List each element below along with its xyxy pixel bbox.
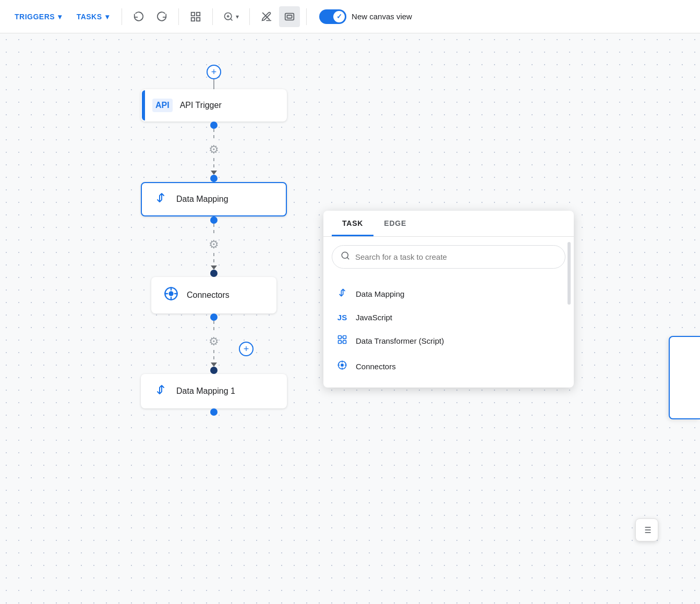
search-icon xyxy=(341,251,350,263)
pen-button[interactable] xyxy=(256,6,277,27)
connector-dot-4 xyxy=(210,270,218,277)
svg-point-22 xyxy=(341,364,344,367)
arrow-1 xyxy=(211,171,217,175)
list-js-icon: JS xyxy=(336,313,348,322)
svg-rect-18 xyxy=(343,341,346,344)
svg-rect-0 xyxy=(191,12,195,15)
connectors-label: Connectors xyxy=(187,291,230,300)
divider-1 xyxy=(122,8,122,25)
svg-point-12 xyxy=(168,291,173,296)
svg-rect-17 xyxy=(339,341,342,344)
dashed-line-4 xyxy=(213,253,214,265)
add-middle-container: + xyxy=(239,342,254,356)
svg-line-14 xyxy=(347,257,348,259)
search-input[interactable] xyxy=(355,252,557,261)
dashed-line-6 xyxy=(213,350,214,363)
popup-panel: TASK EDGE xyxy=(323,211,574,388)
new-canvas-label: New canvas view xyxy=(352,12,412,21)
svg-line-5 xyxy=(231,18,233,20)
tab-edge[interactable]: EDGE xyxy=(373,211,417,236)
data-mapping-label: Data Mapping xyxy=(176,195,228,204)
connector-dot-5 xyxy=(210,313,218,321)
canvas-icon xyxy=(284,11,295,22)
toggle-check-icon: ✓ xyxy=(336,13,342,20)
api-trigger-label: API Trigger xyxy=(180,101,222,110)
list-item-javascript[interactable]: JS JavaScript xyxy=(323,307,574,328)
dashed-line-1 xyxy=(213,129,214,141)
node-connectors[interactable]: Connectors xyxy=(151,277,276,313)
divider-3 xyxy=(212,8,213,25)
pen-icon xyxy=(261,11,272,22)
dashed-line-3 xyxy=(213,224,214,236)
connector-dot-6 xyxy=(210,367,218,374)
gear-icon-2[interactable]: ⚙ xyxy=(206,236,222,253)
svg-rect-15 xyxy=(339,336,342,339)
gear-icon-3[interactable]: ⚙ xyxy=(206,333,222,350)
tasks-label: TASKS xyxy=(77,13,102,21)
connector-dot-7 xyxy=(210,408,218,416)
api-icon: API xyxy=(152,99,173,112)
redo-button[interactable] xyxy=(151,6,172,27)
connector-segment-1: ⚙ xyxy=(206,129,222,175)
new-canvas-toggle[interactable]: ✓ xyxy=(319,9,346,24)
search-wrapper[interactable] xyxy=(332,245,565,269)
list-icon xyxy=(642,525,652,535)
arrow-3 xyxy=(211,363,217,367)
popup-list: Data Mapping JS JavaScript xyxy=(323,277,574,388)
tasks-chevron-icon: ▾ xyxy=(105,13,110,21)
connector-line-1 xyxy=(213,79,214,89)
node-accent xyxy=(142,90,145,120)
canvas-view-button[interactable] xyxy=(279,6,300,27)
list-data-mapping-label: Data Mapping xyxy=(356,289,404,298)
undo-button[interactable] xyxy=(128,6,149,27)
connector-segment-2: ⚙ xyxy=(206,224,222,270)
popup-tabs: TASK EDGE xyxy=(323,211,574,237)
redo-icon xyxy=(156,11,167,22)
undo-icon xyxy=(133,11,144,22)
zoom-button[interactable]: ▾ xyxy=(219,8,243,25)
svg-rect-1 xyxy=(197,12,200,15)
toolbar: TRIGGERS ▾ TASKS ▾ ▾ xyxy=(0,0,700,33)
tasks-button[interactable]: TASKS ▾ xyxy=(70,9,115,24)
connector-dot-2 xyxy=(210,175,218,182)
svg-rect-3 xyxy=(197,17,200,20)
divider-4 xyxy=(249,8,250,25)
bottom-right-button[interactable] xyxy=(635,518,658,541)
tab-task[interactable]: TASK xyxy=(332,211,373,236)
dashed-line-2 xyxy=(213,158,214,171)
data-mapping-icon xyxy=(152,191,169,207)
new-canvas-toggle-container: ✓ New canvas view xyxy=(319,9,412,24)
connector-dot-1 xyxy=(210,122,218,129)
list-data-mapping-icon xyxy=(336,287,348,300)
list-connectors-label: Connectors xyxy=(356,362,396,371)
svg-rect-9 xyxy=(285,13,294,20)
right-partial-card xyxy=(669,336,700,419)
connector-dot-3 xyxy=(210,216,218,224)
flow-container: + API API Trigger ⚙ Data xyxy=(141,65,287,416)
svg-rect-16 xyxy=(343,336,346,339)
canvas[interactable]: + API API Trigger ⚙ Data xyxy=(0,33,700,604)
zoom-icon xyxy=(223,11,234,22)
list-connectors-icon xyxy=(336,360,348,373)
connectors-svg xyxy=(164,286,178,301)
list-item-data-transformer[interactable]: Data Transformer (Script) xyxy=(323,328,574,354)
layout-button[interactable] xyxy=(185,6,206,27)
add-top-button[interactable]: + xyxy=(207,65,221,79)
list-item-data-mapping[interactable]: Data Mapping xyxy=(323,281,574,307)
connector-segment-3: ⚙ + xyxy=(206,321,222,367)
node-data-mapping-1[interactable]: Data Mapping 1 xyxy=(141,374,287,408)
list-item-connectors[interactable]: Connectors xyxy=(323,354,574,379)
arrow-2 xyxy=(211,265,217,270)
triggers-button[interactable]: TRIGGERS ▾ xyxy=(8,9,68,24)
data-mapping-svg xyxy=(154,191,167,204)
svg-rect-2 xyxy=(191,17,195,20)
node-api-trigger[interactable]: API API Trigger xyxy=(141,89,287,122)
divider-5 xyxy=(306,8,307,25)
node-data-mapping[interactable]: Data Mapping xyxy=(141,182,287,216)
add-middle-button[interactable]: + xyxy=(239,342,254,356)
layout-icon xyxy=(190,11,201,22)
popup-scrollbar[interactable] xyxy=(568,242,571,305)
list-transformer-icon xyxy=(336,334,348,347)
add-top-icon: + xyxy=(211,67,217,78)
gear-icon-1[interactable]: ⚙ xyxy=(206,141,222,158)
